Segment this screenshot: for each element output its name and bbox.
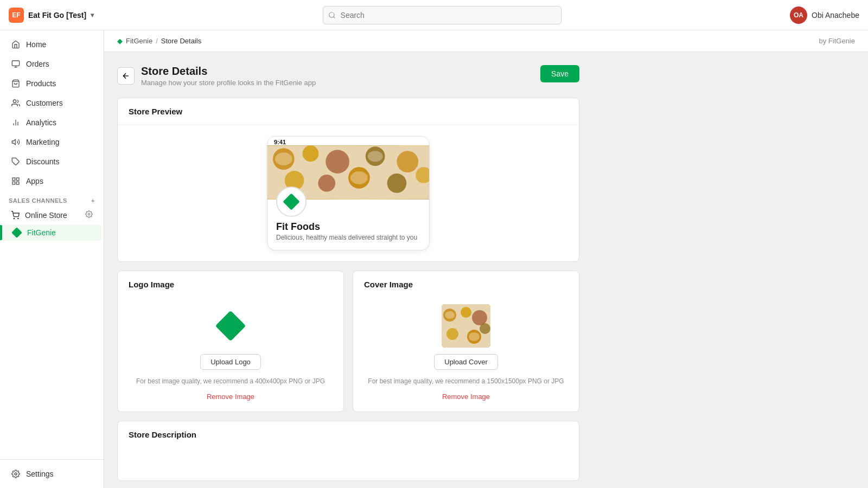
fitgenie-icon [13, 229, 23, 236]
cover-image-card: Cover Image [353, 271, 579, 412]
breadcrumb-separator: / [156, 37, 158, 45]
settings-label: Settings [26, 470, 54, 478]
active-bar [0, 225, 2, 240]
analytics-icon [11, 118, 21, 127]
add-channel-icon[interactable]: + [91, 197, 95, 204]
sidebar-item-settings[interactable]: Settings [2, 465, 101, 483]
store-preview-body: 9:41 [118, 125, 579, 261]
sidebar-item-fitgenie[interactable]: FitGenie [2, 224, 101, 241]
svg-point-16 [14, 218, 14, 219]
sidebar-label-orders: Orders [26, 60, 49, 68]
logo-image-body: Upload Logo For best image quality, we r… [118, 296, 343, 412]
svg-rect-13 [16, 178, 19, 181]
logo-placeholder [209, 304, 252, 348]
brand-selector[interactable]: EF Eat Fit Go [Test] ▾ [9, 8, 94, 23]
svg-point-41 [480, 323, 490, 334]
sidebar-item-analytics[interactable]: Analytics [2, 113, 101, 132]
page-subtitle: Manage how your store profile looks in t… [141, 79, 316, 87]
svg-point-19 [15, 473, 17, 475]
remove-cover-button[interactable]: Remove Image [442, 393, 490, 401]
upload-cover-button[interactable]: Upload Cover [434, 354, 498, 370]
image-cards-row: Logo Image Upload Logo For best image qu… [117, 271, 579, 412]
sidebar: Home Orders Products Customers Analytics [0, 30, 104, 488]
fitgenie-label: FitGenie [27, 228, 56, 237]
discounts-icon [11, 157, 21, 166]
logo-diamond [283, 193, 299, 210]
svg-rect-2 [12, 61, 19, 66]
search-bar [323, 6, 561, 24]
svg-point-26 [397, 151, 418, 172]
sidebar-item-orders[interactable]: Orders [2, 55, 101, 73]
fitgenie-channel-wrap: FitGenie [0, 224, 104, 241]
orders-icon [11, 59, 21, 69]
avatar: OA [790, 7, 807, 24]
logo-image-card: Logo Image Upload Logo For best image qu… [117, 271, 344, 412]
brand-chevron-icon: ▾ [91, 11, 94, 19]
search-input[interactable] [323, 6, 561, 24]
page-header: Store Details Manage how your store prof… [117, 65, 579, 87]
svg-point-43 [469, 332, 480, 341]
search-icon [328, 11, 336, 19]
svg-point-33 [368, 151, 383, 162]
topbar: EF Eat Fit Go [Test] ▾ OA Obi Anachebe [0, 0, 868, 30]
svg-point-38 [472, 310, 487, 325]
preview-time: 9:41 [267, 137, 429, 145]
sidebar-item-apps[interactable]: Apps [2, 172, 101, 190]
gear-icon[interactable] [85, 210, 93, 220]
sidebar-item-products[interactable]: Products [2, 74, 101, 93]
sidebar-label-analytics: Analytics [26, 118, 56, 127]
page-title-wrap: Store Details Manage how your store prof… [141, 65, 316, 87]
customers-icon [11, 98, 21, 108]
cover-image-hint: For best image quality, we recommend a 1… [368, 376, 564, 386]
settings-icon [11, 469, 21, 479]
cover-image-title: Cover Image [353, 271, 579, 296]
online-store-icon [11, 211, 21, 220]
store-description-card: Store Description [117, 421, 579, 481]
svg-point-39 [446, 328, 458, 340]
sidebar-item-marketing[interactable]: Marketing [2, 133, 101, 151]
user-menu[interactable]: OA Obi Anachebe [790, 7, 859, 24]
sidebar-label-customers: Customers [26, 99, 63, 107]
gem-icon: ◆ [117, 37, 123, 45]
upload-logo-button[interactable]: Upload Logo [200, 354, 261, 370]
cover-food-thumb [442, 304, 490, 348]
svg-point-6 [13, 100, 16, 102]
breadcrumb-channel[interactable]: FitGenie [126, 37, 152, 45]
page-title: Store Details [141, 65, 316, 78]
sidebar-item-online-store[interactable]: Online Store [2, 207, 101, 223]
svg-rect-14 [16, 182, 19, 184]
sales-channels-label: SALES CHANNELS + [0, 191, 104, 206]
breadcrumb-bar: ◆ FitGenie / Store Details by FitGenie [104, 30, 868, 52]
svg-point-18 [88, 213, 90, 215]
breadcrumb-current: Store Details [161, 37, 201, 45]
store-description-body [118, 448, 579, 480]
preview-phone: 9:41 [267, 136, 430, 251]
preview-store-name: Fit Foods [267, 217, 429, 234]
sidebar-label-marketing: Marketing [26, 138, 59, 146]
home-icon [11, 40, 21, 49]
svg-point-24 [326, 150, 349, 174]
store-description-title: Store Description [118, 421, 579, 448]
svg-point-42 [445, 311, 455, 319]
store-preview-title: Store Preview [118, 98, 579, 125]
sidebar-item-discounts[interactable]: Discounts [2, 152, 101, 171]
sidebar-label-apps: Apps [26, 177, 43, 185]
preview-logo-wrap [267, 187, 429, 217]
page-header-left: Store Details Manage how your store prof… [117, 65, 316, 87]
back-button[interactable] [117, 67, 135, 85]
brand-icon: EF [9, 8, 24, 23]
apps-icon [11, 176, 21, 186]
sidebar-item-home[interactable]: Home [2, 35, 101, 54]
svg-point-37 [461, 307, 471, 318]
save-button[interactable]: Save [540, 65, 579, 82]
user-name: Obi Anachebe [812, 11, 859, 20]
sidebar-bottom: Settings [0, 459, 104, 484]
back-arrow-icon [122, 72, 130, 80]
main-content: ◆ FitGenie / Store Details by FitGenie S… [104, 30, 868, 488]
sidebar-item-customers[interactable]: Customers [2, 94, 101, 112]
remove-logo-button[interactable]: Remove Image [207, 393, 254, 401]
logo-image-title: Logo Image [118, 271, 343, 296]
svg-point-34 [350, 171, 368, 184]
preview-logo-circle [276, 187, 307, 217]
breadcrumb-by: by FitGenie [819, 37, 855, 45]
